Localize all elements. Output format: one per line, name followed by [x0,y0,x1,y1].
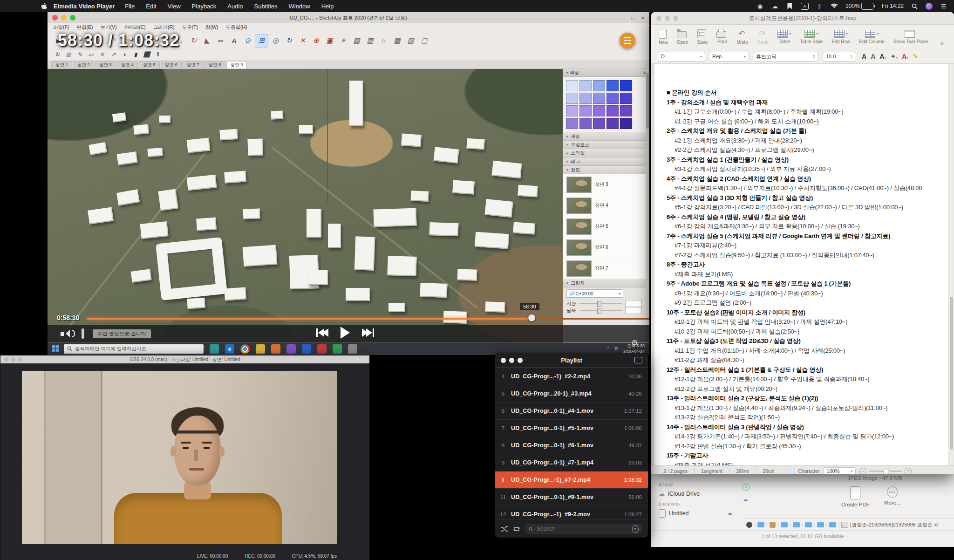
toolbar-overflow-icon[interactable]: » [940,39,949,47]
scene-tab[interactable]: 장면 2 [73,61,94,68]
settings-gear-icon[interactable]: ⚙ [631,338,638,348]
sketchup-menu-item[interactable]: 도움말(H) [225,24,247,31]
hwp-toolbar-button[interactable]: Save [697,29,708,45]
taskbar-app-icon[interactable] [210,344,219,354]
menu-item[interactable]: Help [321,3,334,10]
color-swatch[interactable] [579,118,592,129]
hwp-toolbar-button[interactable]: New [659,29,668,45]
color-swatch[interactable] [579,80,592,91]
home-folder-icon[interactable] [770,522,776,528]
apple-menu-icon[interactable] [41,3,47,10]
taskbar-app-icon[interactable] [271,344,280,354]
taskbar-app-icon[interactable] [333,344,342,354]
sidebar-item-untitled[interactable]: Untitled ⏏ [651,507,739,519]
slider-value-box[interactable] [625,300,642,307]
color-swatch[interactable] [566,80,578,91]
windows-start-icon[interactable] [52,345,59,352]
menu-item[interactable]: Audio [227,3,243,10]
scene-tab[interactable]: 장면 6 [161,61,182,68]
picture-in-picture-icon[interactable] [634,357,642,363]
bookmark-status-icon[interactable] [786,2,794,10]
play-button[interactable] [341,327,350,339]
sketchup-tool-icon[interactable]: ▭ [86,50,96,59]
seek-playhead[interactable] [528,314,535,321]
sketchup-menu-item[interactable]: 파일(F) [53,24,69,31]
disk-icon[interactable] [746,522,752,528]
taskbar-app-icon[interactable] [302,344,311,354]
playlist-item[interactable]: 6 UD_CG-Progr...0-1)_#4-1.mov 1:07:12 [495,402,648,419]
create-pdf-button[interactable]: Create PDF [841,486,870,507]
slider-knob[interactable] [597,308,601,314]
scene-tab[interactable]: 장면 7 [183,61,204,68]
window-control-button[interactable]: ─ [621,15,625,20]
minimize-traffic-light[interactable] [61,15,67,20]
siri-icon[interactable] [926,3,933,10]
folder-icon[interactable] [805,522,812,527]
window-control-button[interactable]: □ [632,15,634,20]
shadows-panel-header[interactable]: ▾그림자 [563,279,649,287]
text-style-button[interactable]: A▾ [878,53,888,60]
sketchup-tool-icon[interactable]: ✕ [97,50,107,59]
text-style-button[interactable]: A▾ [900,53,910,60]
previous-track-button[interactable] [316,328,328,337]
playlist-item[interactable]: 7 UD_CG-Progr...0-1)_#5-1.mov 1:06:06 [495,419,648,437]
color-swatch[interactable] [566,93,578,104]
sketchup-menu-item[interactable]: 보기(V) [100,24,116,31]
slider-knob[interactable] [597,301,601,307]
sketchup-3d-viewport[interactable] [48,69,563,344]
style-dropdown[interactable]: D▾ [658,52,705,61]
sketchup-tool-icon[interactable]: ⊕ [310,34,322,47]
color-swatch[interactable] [566,105,578,116]
sketchup-tool-icon[interactable]: ↻ [283,34,295,47]
taskbar-app-icon[interactable] [256,344,265,354]
tray-scrollbar[interactable] [646,69,649,344]
sketchup-tool-icon[interactable]: ▦ [63,50,74,59]
hamburger-menu-button[interactable] [620,33,635,48]
text-style-button[interactable]: A [869,53,877,60]
sketchup-tool-icon[interactable]: ✎ [75,50,85,59]
text-style-button[interactable]: A [860,53,868,60]
zoom-slider-knob[interactable] [883,469,889,475]
sketchup-menu-item[interactable]: 카메라(C) [124,24,145,31]
color-swatch[interactable] [620,80,632,91]
menu-bar-clock[interactable]: Fri 14:22 [882,3,904,9]
sketchup-menu-item[interactable]: 편집(E) [76,24,93,31]
scene-tab[interactable]: 장면 4 [117,61,138,68]
sketchup-tool-icon[interactable]: ◑ [119,50,129,59]
color-swatch[interactable] [606,105,619,116]
playlist-item[interactable]: 11 UD_CG-Progr...0-1)_#9-1.mov 56:00 [495,488,648,505]
sketchup-tool-icon[interactable]: ◎ [269,34,282,47]
next-track-button[interactable] [362,328,374,337]
playlist-item[interactable]: 9 UD_CG-Progr...0-1)_#7-1.mp4 29:03 [495,454,648,471]
sketchup-tool-icon[interactable]: ⬛ [142,50,152,59]
text-style-button[interactable]: ✎ [911,53,920,60]
tray-panel-header[interactable]: ▸재질 [563,132,649,141]
zoom-slider[interactable]: − + [859,468,912,475]
ime-indicator[interactable]: 한 [614,346,619,352]
playlist-search-input[interactable] [536,525,629,533]
repeat-icon[interactable] [513,526,520,532]
color-swatch[interactable] [620,105,632,116]
zoom-out-icon[interactable]: − [859,468,866,475]
color-swatch[interactable] [566,118,578,129]
sketchup-tool-icon[interactable]: ↗ [108,50,118,59]
scene-tab[interactable]: 장면 9 [226,61,247,68]
slider-value-box[interactable] [625,307,642,314]
sketchup-tool-icon[interactable]: ⊞ [255,34,268,48]
menu-item[interactable]: Subtitles [254,3,278,10]
playlist-item[interactable]: 5 UD_CG-Progr...20-1)_#3.mp4 40:26 [495,385,648,402]
notification-center-icon[interactable]: ☰ [940,2,947,10]
shuffle-icon[interactable] [501,526,508,532]
document-scrollbar[interactable] [948,64,954,465]
hwp-toolbar-button[interactable]: Show Task Pane [893,30,928,44]
playlist-item[interactable]: ‖ UD_CG-Progr...-1)_#7-2.mp4 1:08:32 [495,471,648,488]
sketchup-tool-icon[interactable]: ▣ [323,34,336,47]
bluetooth-icon[interactable]: ᛒ [816,2,824,10]
taskbar-app-icon[interactable] [348,344,357,354]
hwp-toolbar-button[interactable]: ▾ Table Style [800,30,823,44]
scene-tab[interactable]: 장면 5 [139,61,160,68]
sketchup-tool-icon[interactable]: ◣ [201,34,213,47]
sketchup-tool-icon[interactable]: ═ [214,34,227,47]
windows-search-box[interactable]: 검색하려면 여기에 입력하십시오. [64,344,204,354]
menu-item[interactable]: Window [288,3,310,10]
